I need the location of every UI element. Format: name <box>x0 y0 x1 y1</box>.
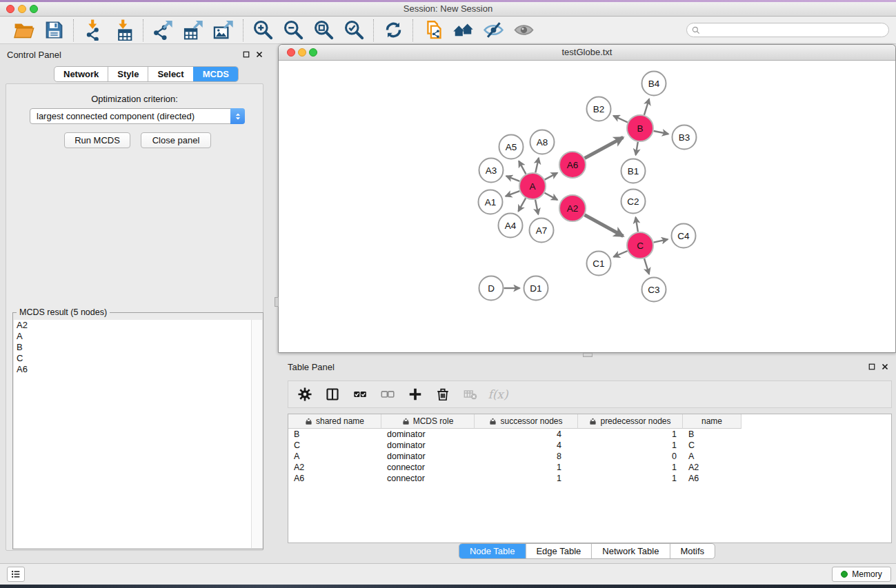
network-horizontal-scrollbar-thumb[interactable] <box>583 353 593 357</box>
home-layout-button[interactable] <box>451 19 475 42</box>
graph-node-A4[interactable]: A4 <box>499 214 523 238</box>
graph-node-A[interactable]: A <box>519 173 546 199</box>
graph-edge-A-A2[interactable] <box>545 193 558 200</box>
table-settings-gear-button[interactable] <box>297 386 313 403</box>
graph-edge-B-B1[interactable] <box>636 142 638 155</box>
network-minimize-traffic-light[interactable] <box>298 48 306 57</box>
dropdown-stepper-icon[interactable] <box>230 108 245 124</box>
graph-node-C[interactable]: C <box>627 232 653 258</box>
column-header-name[interactable]: name <box>683 414 741 429</box>
select-all-checkboxes-button[interactable] <box>352 386 368 403</box>
clone-network-button[interactable] <box>421 19 444 42</box>
graph-edge-B-B3[interactable] <box>654 131 668 134</box>
split-panel-columns-button[interactable] <box>324 386 341 403</box>
graph-edge-B-B4[interactable] <box>644 99 649 115</box>
graph-node-A6[interactable]: A6 <box>559 152 586 178</box>
tab-mcds[interactable]: MCDS <box>193 67 238 81</box>
graph-edge-A-A5[interactable] <box>519 161 526 174</box>
graph-edge-B-B2[interactable] <box>613 116 628 123</box>
hide-graphics-details-button[interactable] <box>481 19 505 42</box>
table-tab-network-table[interactable]: Network Table <box>591 544 669 558</box>
maximize-traffic-light[interactable] <box>30 5 38 13</box>
table-tab-motifs[interactable]: Motifs <box>669 544 715 558</box>
graph-node-D1[interactable]: D1 <box>524 276 548 301</box>
mcds-result-item[interactable]: A2 <box>14 320 262 331</box>
column-header-predecessor-nodes[interactable]: predecessor nodes <box>578 414 683 429</box>
graph-node-A2[interactable]: A2 <box>559 195 586 221</box>
mcds-result-item[interactable]: A <box>14 331 262 342</box>
mcds-result-list[interactable]: A2ABCA6 <box>14 320 262 548</box>
zoom-in-button[interactable] <box>251 19 275 42</box>
table-row[interactable]: Adominator80A <box>288 451 891 462</box>
graph-edge-C-C3[interactable] <box>644 258 649 274</box>
network-close-traffic-light[interactable] <box>287 48 295 57</box>
export-table-button[interactable] <box>181 19 205 42</box>
graph-edge-A-A6[interactable] <box>545 173 557 180</box>
export-network-button[interactable] <box>151 19 175 42</box>
zoom-selected-button[interactable] <box>342 19 366 42</box>
table-tab-node-table[interactable]: Node Table <box>459 544 526 558</box>
mcds-result-item[interactable]: C <box>14 353 262 364</box>
graph-edge-A-A4[interactable] <box>519 198 526 211</box>
close-traffic-light[interactable] <box>6 5 14 13</box>
table-row[interactable]: A2connector11A2 <box>288 462 891 473</box>
mcds-result-item[interactable]: A6 <box>14 364 262 375</box>
graph-node-B4[interactable]: B4 <box>642 72 666 96</box>
tab-network[interactable]: Network <box>54 67 108 81</box>
network-maximize-traffic-light[interactable] <box>309 48 317 57</box>
node-table[interactable]: shared nameMCDS rolesuccessor nodesprede… <box>288 414 892 543</box>
graph-node-B[interactable]: B <box>627 115 653 141</box>
graph-node-B3[interactable]: B3 <box>673 125 697 150</box>
graph-node-A8[interactable]: A8 <box>530 130 555 154</box>
column-header-shared-name[interactable]: shared name <box>288 414 381 429</box>
table-row[interactable]: Bdominator41B <box>288 429 891 440</box>
open-session-button[interactable] <box>12 19 35 42</box>
graph-node-C4[interactable]: C4 <box>672 224 696 248</box>
graph-edge-C-C1[interactable] <box>614 251 628 257</box>
save-session-button[interactable] <box>42 19 66 42</box>
graph-edge-A-A7[interactable] <box>535 200 538 214</box>
graph-node-C1[interactable]: C1 <box>587 252 611 276</box>
create-column-plus-button[interactable] <box>407 386 424 403</box>
graph-edge-A6-B[interactable] <box>585 137 624 158</box>
criterion-dropdown[interactable]: largest connected component (directed) <box>30 108 245 124</box>
network-graph[interactable]: B4B2BB3A5A8A6A3B1AA1C2A2A4A7C4CC1DD1C3 <box>279 61 895 352</box>
minimize-traffic-light[interactable] <box>18 5 26 13</box>
graph-edge-A-A3[interactable] <box>506 176 519 181</box>
zoom-out-button[interactable] <box>281 19 305 42</box>
deselect-all-checkboxes-button[interactable] <box>379 386 396 403</box>
graph-node-A7[interactable]: A7 <box>530 219 554 243</box>
graph-node-A5[interactable]: A5 <box>499 135 524 159</box>
float-panel-icon[interactable] <box>242 50 250 59</box>
network-window-titlebar[interactable]: testGlobe.txt <box>279 45 895 61</box>
graph-node-B1[interactable]: B1 <box>621 159 646 183</box>
network-vertical-scrollbar-thumb[interactable] <box>275 297 279 307</box>
tab-style[interactable]: Style <box>108 67 148 81</box>
mcds-result-item[interactable]: B <box>14 342 262 353</box>
search-field[interactable] <box>686 23 889 37</box>
graph-edge-C-C2[interactable] <box>636 217 638 232</box>
refresh-network-button[interactable] <box>381 19 405 42</box>
main-titlebar[interactable]: Session: New Session <box>0 2 896 17</box>
export-image-button[interactable] <box>212 19 235 42</box>
table-row[interactable]: A6connector11A6 <box>288 473 891 484</box>
graph-node-D[interactable]: D <box>479 276 504 301</box>
import-network-button[interactable] <box>81 19 105 42</box>
network-canvas[interactable]: B4B2BB3A5A8A6A3B1AA1C2A2A4A7C4CC1DD1C3 <box>279 61 895 352</box>
show-graphics-details-button[interactable] <box>512 19 535 42</box>
table-row[interactable]: Cdominator41C <box>288 440 891 451</box>
graph-edge-A2-C[interactable] <box>585 215 624 236</box>
memory-button[interactable]: Memory <box>832 567 891 582</box>
graph-node-C3[interactable]: C3 <box>642 278 666 302</box>
close-panel-button[interactable]: Close panel <box>141 132 211 148</box>
table-tab-edge-table[interactable]: Edge Table <box>525 544 591 558</box>
zoom-fit-button[interactable] <box>312 19 335 42</box>
graph-node-A1[interactable]: A1 <box>479 190 503 214</box>
graph-edge-A-A1[interactable] <box>506 191 519 196</box>
graph-node-C2[interactable]: C2 <box>621 190 646 214</box>
graph-node-A3[interactable]: A3 <box>479 159 504 183</box>
close-panel-icon[interactable] <box>255 50 263 59</box>
result-scrollbar[interactable] <box>251 320 262 548</box>
graph-edge-C-C4[interactable] <box>654 239 668 243</box>
search-input[interactable] <box>701 24 888 37</box>
